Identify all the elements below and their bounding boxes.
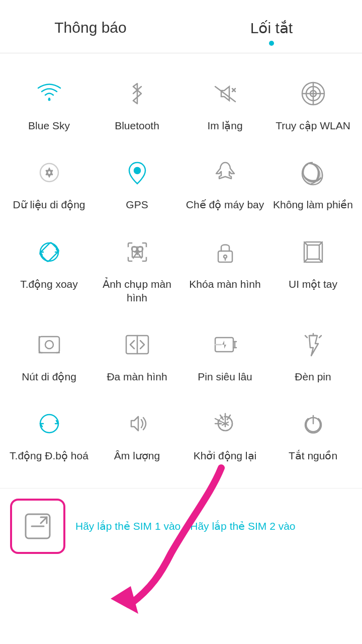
bottom-bar: Hãy lắp thẻ SIM 1 vào • Hãy lắp thẻ SIM … (0, 488, 362, 569)
bluetooth-label: Bluetooth (115, 119, 159, 132)
wlan-icon (295, 75, 331, 112)
shortcut-volume[interactable]: Âm lượng (93, 393, 181, 472)
wifi-icon (31, 75, 67, 112)
add-shortcut-button[interactable] (10, 499, 65, 554)
shortcut-gps[interactable]: GPS (93, 142, 181, 221)
shortcuts-grid: Blue Sky Bluetooth (0, 53, 362, 483)
shortcut-one-hand[interactable]: UI một tay (269, 222, 357, 315)
shortcut-mobile-data[interactable]: Dữ liệu di động (5, 142, 93, 221)
airplane-label: Chế độ máy bay (186, 198, 264, 211)
screenshot-icon (119, 234, 155, 270)
shortcut-restart[interactable]: Khởi động lại (181, 393, 269, 472)
bluetooth-icon (119, 75, 155, 112)
multi-screen-label: Đa màn hình (107, 370, 167, 383)
mobile-data-icon (31, 154, 67, 191)
shortcut-airplane[interactable]: Chế độ máy bay (181, 142, 269, 221)
svg-rect-37 (39, 337, 59, 353)
shortcut-blue-sky[interactable]: Blue Sky (5, 63, 93, 142)
shortcut-wlan[interactable]: Truy cập WLAN (269, 63, 357, 142)
flashlight-label: Đèn pin (295, 370, 331, 383)
edit-grid-icon (22, 510, 54, 542)
shortcut-battery-saver[interactable]: Pin siêu lâu (181, 314, 269, 393)
screenshot-label: Ảnh chụp màn hình (97, 277, 177, 305)
shortcut-silent[interactable]: Im lặng (181, 63, 269, 142)
airplane-icon (207, 154, 243, 191)
restart-icon (207, 406, 243, 442)
mute-icon (207, 75, 243, 112)
svg-point-10 (40, 164, 58, 182)
shortcut-flashlight[interactable]: Đèn pin (269, 314, 357, 393)
rotate-icon (31, 234, 67, 270)
shortcut-floating-btn[interactable]: Nút di động (5, 314, 93, 393)
silent-label: Im lặng (207, 119, 242, 132)
dnd-icon (295, 154, 331, 191)
multiscreen-icon (119, 327, 155, 363)
gps-icon (119, 154, 155, 191)
svg-rect-32 (307, 245, 319, 259)
shortcut-auto-rotate[interactable]: T.động xoay (5, 222, 93, 315)
gps-label: GPS (126, 198, 148, 211)
battery-saver-label: Pin siêu lâu (198, 370, 252, 383)
shortcut-multi-screen[interactable]: Đa màn hình (93, 314, 181, 393)
svg-line-52 (319, 336, 321, 338)
blue-sky-label: Blue Sky (28, 119, 70, 132)
flashlight-icon (295, 327, 331, 363)
lock-icon (207, 234, 243, 270)
svg-point-13 (134, 168, 140, 174)
svg-marker-67 (111, 586, 138, 614)
tab-notifications[interactable]: Thông báo (0, 10, 181, 53)
sim-hint: Hãy lắp thẻ SIM 1 vào • Hãy lắp thẻ SIM … (75, 518, 296, 535)
svg-line-66 (41, 517, 47, 523)
restart-label: Khởi động lại (194, 449, 256, 462)
wlan-label: Truy cập WLAN (276, 119, 350, 132)
power-off-label: Tắt nguồn (289, 449, 337, 462)
header: Thông báo Lối tắt (0, 0, 362, 53)
floating-btn-label: Nút di động (22, 370, 76, 383)
sync-icon (31, 406, 67, 442)
shortcut-bluetooth[interactable]: Bluetooth (93, 63, 181, 142)
dnd-label: Không làm phiền (273, 198, 353, 211)
svg-point-38 (45, 341, 53, 349)
svg-line-51 (305, 336, 307, 338)
mobile-data-label: Dữ liệu di động (13, 198, 85, 211)
volume-icon (119, 406, 155, 442)
shortcut-screenshot[interactable]: Ảnh chụp màn hình (93, 222, 181, 315)
onehand-icon (295, 234, 331, 270)
one-hand-label: UI một tay (289, 277, 337, 291)
lock-screen-label: Khóa màn hình (189, 277, 260, 291)
auto-sync-label: T.động Đ.bộ hoá (10, 449, 88, 462)
power-icon (295, 406, 331, 442)
battery-icon (207, 327, 243, 363)
shortcut-power-off[interactable]: Tắt nguồn (269, 393, 357, 472)
shortcut-dnd[interactable]: Không làm phiền (269, 142, 357, 221)
svg-point-0 (48, 99, 50, 101)
floating-icon (31, 327, 67, 363)
shortcut-lock-screen[interactable]: Khóa màn hình (181, 222, 269, 315)
volume-label: Âm lượng (114, 449, 160, 462)
shortcut-auto-sync[interactable]: T.động Đ.bộ hoá (5, 393, 93, 472)
auto-rotate-label: T.động xoay (20, 277, 78, 291)
tab-shortcuts[interactable]: Lối tắt (181, 10, 362, 53)
